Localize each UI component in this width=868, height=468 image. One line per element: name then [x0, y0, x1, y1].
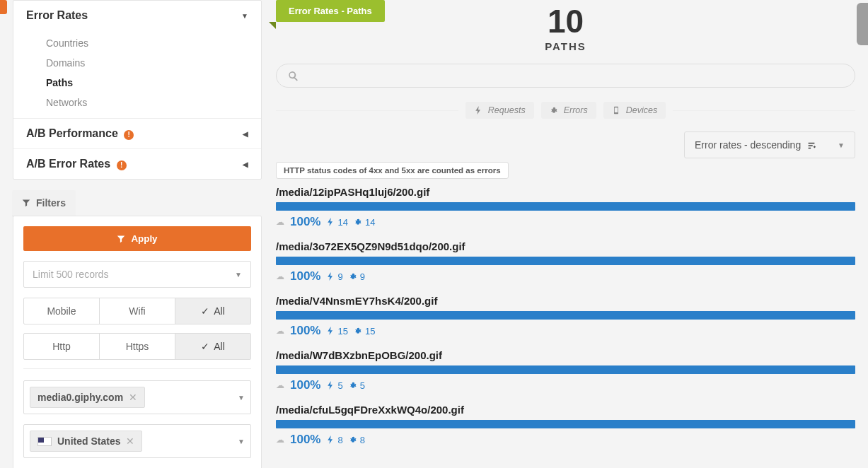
segment-protocol: Http Https ✓ All	[23, 333, 251, 360]
domain-filter-select[interactable]: media0.giphy.com ✕ ▼	[23, 380, 251, 414]
search-input[interactable]	[306, 70, 843, 81]
seg-all-conn[interactable]: ✓ All	[175, 298, 250, 324]
filters-panel-wrap: Filters Apply Limit 500 records ▼ Mobile…	[13, 190, 262, 468]
nav-group-title: A/B Performance !	[26, 127, 134, 140]
errors-value: 8	[360, 435, 365, 445]
nav-sub-error-rates: Countries Domains Paths Networks	[13, 30, 261, 118]
apply-button[interactable]: Apply	[23, 226, 251, 251]
caret-down-icon: ▼	[238, 438, 245, 445]
errors-value: 15	[365, 326, 375, 337]
path-title[interactable]: /media/12ipPASHq1luj6/200.gif	[276, 186, 855, 198]
us-flag-icon	[37, 437, 52, 446]
bug-icon	[349, 381, 357, 390]
bug-icon	[354, 327, 362, 335]
pill-errors[interactable]: Errors	[541, 102, 596, 119]
nav-item-countries[interactable]: Countries	[22, 33, 261, 53]
check-icon: ✓	[201, 305, 209, 317]
path-item: /media/cfuL5gqFDreXxkWQ4o/200.gif☁100%88	[276, 404, 855, 447]
seg-mobile[interactable]: Mobile	[24, 298, 100, 324]
right-scroll-handle[interactable]	[857, 3, 868, 45]
bolt-icon	[326, 435, 335, 444]
info-tooltip: HTTP status codes of 4xx and 5xx are cou…	[276, 162, 509, 179]
requests-value: 15	[337, 326, 347, 337]
error-rate-bar	[276, 365, 855, 374]
seg-https[interactable]: Https	[100, 334, 175, 359]
error-rate-bar	[276, 420, 855, 428]
filter-icon	[117, 235, 125, 243]
country-tag-label: United States	[57, 435, 120, 447]
country-filter-select[interactable]: United States ✕ ▼	[23, 424, 251, 458]
limit-placeholder: Limit 500 records	[33, 269, 108, 280]
caret-left-icon: ◀	[243, 130, 248, 138]
bug-icon	[349, 272, 357, 281]
search-box[interactable]	[276, 64, 855, 88]
error-rate-pct: 100%	[290, 269, 320, 283]
path-title[interactable]: /media/3o72EX5QZ9N9d51dqo/200.gif	[276, 240, 855, 252]
seg-wifi[interactable]: Wifi	[100, 298, 175, 324]
error-rate-bar	[276, 257, 855, 265]
seg-http[interactable]: Http	[24, 334, 100, 359]
bug-icon	[349, 435, 357, 444]
remove-tag-icon[interactable]: ✕	[129, 392, 137, 403]
domain-tag: media0.giphy.com ✕	[30, 387, 145, 408]
seg-all-proto[interactable]: ✓ All	[175, 334, 250, 359]
requests-metric: 8	[326, 435, 342, 445]
errors-metric: 14	[354, 217, 375, 228]
bolt-icon	[474, 106, 482, 115]
error-rate-pct: 100%	[290, 378, 320, 392]
path-title[interactable]: /media/W7dBXzbnEpOBG/200.gif	[276, 349, 855, 361]
path-item: /media/3o72EX5QZ9N9d51dqo/200.gif☁100%99	[276, 240, 855, 283]
bolt-icon	[326, 327, 335, 335]
cloud-icon: ☁	[276, 271, 284, 281]
nav-panel: Error Rates ▼ Countries Domains Paths Ne…	[13, 0, 262, 180]
nav-item-paths[interactable]: Paths	[22, 73, 261, 93]
requests-value: 9	[337, 271, 342, 282]
nav-group-label: A/B Performance	[26, 127, 118, 139]
sort-dropdown[interactable]: Error rates - descending ▼	[684, 131, 855, 158]
error-rate-bar	[276, 311, 855, 320]
path-stats: ☁100%1515	[276, 324, 855, 338]
pill-label: Devices	[626, 105, 657, 115]
requests-value: 5	[337, 380, 342, 391]
limit-select[interactable]: Limit 500 records ▼	[23, 261, 251, 288]
path-title[interactable]: /media/V4NnsmEY7hsK4/200.gif	[276, 295, 855, 307]
errors-value: 5	[360, 380, 365, 391]
bolt-icon	[326, 272, 335, 281]
error-rate-bar	[276, 202, 855, 211]
remove-tag-icon[interactable]: ✕	[126, 435, 134, 447]
left-edge-tab[interactable]	[0, 0, 7, 14]
caret-down-icon: ▼	[241, 12, 248, 20]
ribbon-wrap: Error Rates - Paths	[276, 0, 855, 22]
error-rate-pct: 100%	[290, 433, 320, 447]
pill-requests[interactable]: Requests	[465, 102, 534, 119]
country-tag: United States ✕	[30, 431, 142, 452]
sort-label: Error rates - descending	[695, 139, 801, 151]
filters-panel: Apply Limit 500 records ▼ Mobile Wifi ✓ …	[13, 216, 262, 468]
path-title[interactable]: /media/cfuL5gqFDreXxkWQ4o/200.gif	[276, 404, 855, 416]
path-stats: ☁100%99	[276, 269, 855, 283]
errors-value: 9	[360, 271, 365, 282]
bug-icon	[354, 218, 362, 226]
paths-list: /media/12ipPASHq1luj6/200.gif☁100%1414/m…	[276, 186, 855, 447]
pill-devices[interactable]: Devices	[603, 102, 666, 119]
requests-metric: 9	[326, 271, 342, 282]
bug-icon	[550, 106, 558, 115]
filters-header-label: Filters	[36, 197, 66, 209]
filter-icon	[22, 199, 30, 207]
cloud-icon: ☁	[276, 435, 284, 445]
nav-group-ab-error-rates[interactable]: A/B Error Rates ! ◀	[13, 148, 261, 179]
nav-item-networks[interactable]: Networks	[22, 93, 261, 112]
caret-down-icon: ▼	[838, 141, 845, 149]
nav-group-ab-performance[interactable]: A/B Performance ! ◀	[13, 118, 261, 148]
main-content: Error Rates - Paths 10 PATHS Requests Er…	[276, 0, 855, 468]
check-icon: ✓	[201, 341, 209, 352]
nav-item-domains[interactable]: Domains	[22, 53, 261, 73]
nav-group-error-rates[interactable]: Error Rates ▼	[13, 1, 261, 30]
path-item: /media/V4NnsmEY7hsK4/200.gif☁100%1515	[276, 295, 855, 338]
caret-down-icon: ▼	[235, 271, 242, 279]
apply-button-label: Apply	[131, 233, 157, 244]
metric-pills: Requests Errors Devices	[276, 102, 855, 119]
path-stats: ☁100%88	[276, 433, 855, 447]
nav-group-label: A/B Error Rates	[26, 158, 110, 170]
cloud-icon: ☁	[276, 326, 284, 336]
